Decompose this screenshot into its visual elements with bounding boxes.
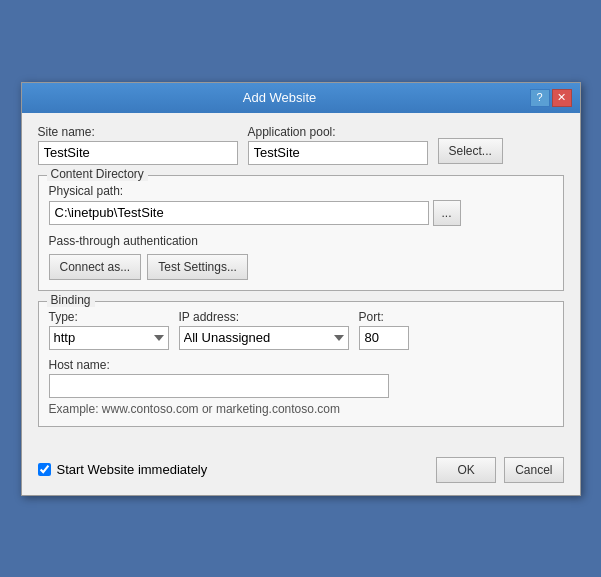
close-button[interactable]: ✕ — [552, 89, 572, 107]
content-directory-label: Content Directory — [47, 167, 148, 181]
dialog-title: Add Website — [30, 90, 530, 105]
test-settings-button[interactable]: Test Settings... — [147, 254, 248, 280]
start-website-label: Start Website immediately — [57, 462, 208, 477]
connect-as-button[interactable]: Connect as... — [49, 254, 142, 280]
port-input[interactable] — [359, 326, 409, 350]
hostname-input[interactable] — [49, 374, 389, 398]
type-select[interactable]: http https — [49, 326, 169, 350]
start-website-checkbox[interactable] — [38, 463, 51, 476]
dialog-body: Site name: Application pool: Select... C… — [22, 113, 580, 449]
site-name-input[interactable] — [38, 141, 238, 165]
hostname-section: Host name: — [49, 358, 553, 398]
ip-select[interactable]: All Unassigned — [179, 326, 349, 350]
cancel-button[interactable]: Cancel — [504, 457, 563, 483]
site-name-group: Site name: — [38, 125, 238, 165]
dialog-footer: Start Website immediately OK Cancel — [22, 449, 580, 495]
type-label: Type: — [49, 310, 169, 324]
site-name-label: Site name: — [38, 125, 238, 139]
app-pool-input[interactable] — [248, 141, 428, 165]
footer-buttons: OK Cancel — [436, 457, 563, 483]
content-directory-section: Content Directory Physical path: ... Pas… — [38, 175, 564, 291]
example-text: Example: www.contoso.com or marketing.co… — [49, 402, 553, 416]
titlebar: Add Website ? ✕ — [22, 83, 580, 113]
port-group: Port: — [359, 310, 409, 350]
binding-label: Binding — [47, 293, 95, 307]
physical-path-input[interactable] — [49, 201, 429, 225]
browse-button[interactable]: ... — [433, 200, 461, 226]
app-pool-label: Application pool: — [248, 125, 428, 139]
type-group: Type: http https — [49, 310, 169, 350]
hostname-label: Host name: — [49, 358, 553, 372]
pass-through-label: Pass-through authentication — [49, 234, 553, 248]
port-label: Port: — [359, 310, 409, 324]
auth-buttons: Connect as... Test Settings... — [49, 254, 553, 280]
ip-label: IP address: — [179, 310, 349, 324]
ip-group: IP address: All Unassigned — [179, 310, 349, 350]
help-button[interactable]: ? — [530, 89, 550, 107]
select-button[interactable]: Select... — [438, 138, 503, 164]
path-row: ... — [49, 200, 553, 226]
app-pool-group: Application pool: — [248, 125, 428, 165]
ok-button[interactable]: OK — [436, 457, 496, 483]
add-website-dialog: Add Website ? ✕ Site name: Application p… — [21, 82, 581, 496]
titlebar-buttons: ? ✕ — [530, 89, 572, 107]
binding-section: Binding Type: http https IP address: All… — [38, 301, 564, 427]
start-website-row: Start Website immediately — [38, 462, 208, 477]
binding-type-ip-port-row: Type: http https IP address: All Unassig… — [49, 310, 553, 350]
physical-path-label: Physical path: — [49, 184, 553, 198]
site-app-pool-row: Site name: Application pool: Select... — [38, 125, 564, 165]
